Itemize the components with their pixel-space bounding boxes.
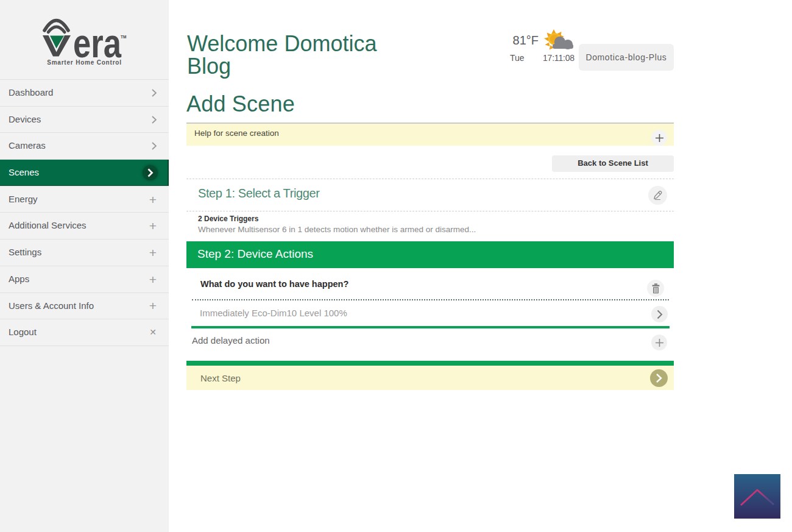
svg-text:TM: TM bbox=[121, 35, 126, 39]
svg-text:Smarter Home Control: Smarter Home Control bbox=[47, 59, 122, 66]
